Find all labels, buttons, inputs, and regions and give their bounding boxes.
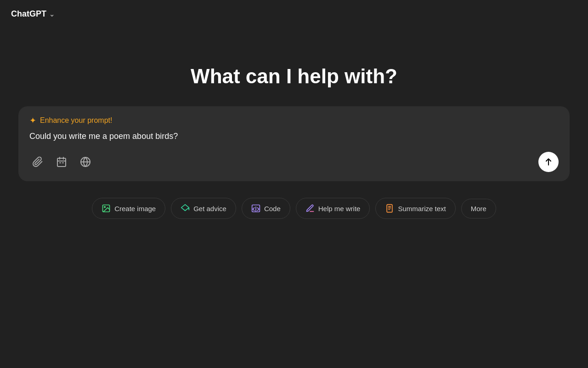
create-image-button[interactable]: Create image xyxy=(92,198,165,219)
more-label: More xyxy=(471,205,486,213)
help-me-write-button[interactable]: Help me write xyxy=(296,198,370,219)
toolbar-left-icons xyxy=(29,154,94,170)
get-advice-icon xyxy=(181,204,190,213)
chevron-down-icon: ⌄ xyxy=(49,11,55,18)
get-advice-button[interactable]: Get advice xyxy=(171,198,236,219)
summarize-text-icon xyxy=(385,204,394,213)
app-title-text: ChatGPT xyxy=(11,9,46,19)
svg-point-9 xyxy=(104,207,106,208)
create-image-icon xyxy=(102,204,111,213)
svg-rect-0 xyxy=(57,158,66,167)
code-icon xyxy=(251,204,260,213)
enhance-prompt-banner: ✦ Enhance your prompt! xyxy=(29,115,559,126)
help-me-write-icon xyxy=(305,204,315,213)
more-button[interactable]: More xyxy=(461,199,496,218)
attach-icon[interactable] xyxy=(29,154,46,170)
summarize-text-label: Summarize text xyxy=(398,205,446,213)
prompt-text-display[interactable]: Could you write me a poem about birds? xyxy=(29,130,559,143)
prompt-input-container[interactable]: ✦ Enhance your prompt! Could you write m… xyxy=(18,106,570,181)
tools-icon[interactable] xyxy=(53,154,70,170)
sparkle-icon: ✦ xyxy=(29,115,36,126)
code-label: Code xyxy=(264,205,281,213)
help-me-write-label: Help me write xyxy=(318,205,361,213)
main-content: What can I help with? ✦ Enhance your pro… xyxy=(0,28,588,219)
get-advice-label: Get advice xyxy=(193,205,226,213)
enhance-prompt-text: Enhance your prompt! xyxy=(40,116,112,125)
page-title: What can I help with? xyxy=(191,65,397,88)
send-button[interactable] xyxy=(538,152,559,172)
app-title[interactable]: ChatGPT ⌄ xyxy=(11,9,55,19)
input-toolbar xyxy=(29,152,559,172)
globe-icon[interactable] xyxy=(77,154,94,170)
summarize-text-button[interactable]: Summarize text xyxy=(375,198,455,219)
code-button[interactable]: Code xyxy=(242,198,290,219)
action-buttons-row: Create image Get advice Code xyxy=(92,198,496,219)
create-image-label: Create image xyxy=(114,205,156,213)
header: ChatGPT ⌄ xyxy=(0,0,588,28)
